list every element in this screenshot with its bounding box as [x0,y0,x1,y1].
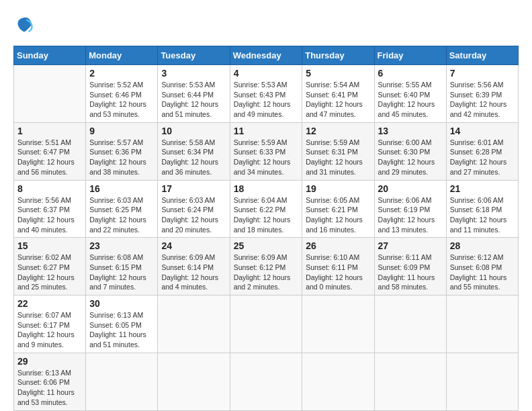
calendar-cell: 14 Sunrise: 6:01 AM Sunset: 6:28 PM Dayl… [446,122,518,180]
day-number: 4 [234,68,299,79]
sunrise-label: Sunrise: 6:05 AM [306,196,359,204]
day-number: 16 [89,183,154,194]
sunset-label: Sunset: 6:17 PM [17,321,70,329]
daylight-label: Daylight: 12 hours and 9 minutes. [17,330,75,349]
daylight-label: Daylight: 12 hours and 31 minutes. [306,158,363,176]
day-info: Sunrise: 6:08 AM Sunset: 6:15 PM Dayligh… [89,253,154,292]
table-row: 2 Sunrise: 5:52 AM Sunset: 6:46 PM Dayli… [14,65,519,123]
weekday-header-row: Sunday Monday Tuesday Wednesday Thursday… [14,46,519,65]
sunset-label: Sunset: 6:25 PM [89,205,142,214]
calendar-cell [230,295,302,353]
calendar-cell [14,65,86,123]
calendar-cell: 17 Sunrise: 6:03 AM Sunset: 6:24 PM Dayl… [158,180,230,238]
sunset-label: Sunset: 6:11 PM [306,263,358,271]
sunset-label: Sunset: 6:30 PM [378,148,431,156]
day-info: Sunrise: 5:59 AM Sunset: 6:31 PM Dayligh… [306,138,370,177]
sunrise-label: Sunrise: 5:51 AM [17,138,71,146]
sunrise-label: Sunrise: 5:56 AM [17,196,71,204]
day-info: Sunrise: 6:13 AM Sunset: 6:05 PM Dayligh… [89,310,154,350]
calendar-cell [158,295,230,353]
calendar-cell: 25 Sunrise: 6:09 AM Sunset: 6:12 PM Dayl… [230,238,302,295]
day-info: Sunrise: 6:05 AM Sunset: 6:21 PM Dayligh… [306,195,370,235]
day-info: Sunrise: 5:53 AM Sunset: 6:44 PM Dayligh… [161,80,226,120]
sunset-label: Sunset: 6:18 PM [450,205,502,214]
day-info: Sunrise: 6:03 AM Sunset: 6:25 PM Dayligh… [89,195,154,235]
day-info: Sunrise: 6:06 AM Sunset: 6:18 PM Dayligh… [450,195,515,235]
sunrise-label: Sunrise: 5:59 AM [306,138,359,146]
calendar-cell: 12 Sunrise: 5:59 AM Sunset: 6:31 PM Dayl… [302,122,374,180]
calendar-cell [302,353,374,410]
calendar-cell [230,353,302,410]
day-number: 17 [161,183,226,194]
calendar-cell [374,295,446,353]
calendar-cell: 30 Sunrise: 6:13 AM Sunset: 6:05 PM Dayl… [86,295,158,353]
daylight-label: Daylight: 12 hours and 4 minutes. [161,273,218,291]
header-tuesday: Tuesday [158,46,230,65]
daylight-label: Daylight: 12 hours and 40 minutes. [17,216,75,234]
sunset-label: Sunset: 6:06 PM [17,378,70,386]
table-row: 1 Sunrise: 5:51 AM Sunset: 6:47 PM Dayli… [14,122,519,180]
sunset-label: Sunset: 6:34 PM [161,148,214,156]
calendar-cell [158,353,230,410]
day-number: 15 [17,240,82,251]
sunrise-label: Sunrise: 5:52 AM [89,81,143,89]
daylight-label: Daylight: 11 hours and 51 minutes. [89,330,146,349]
day-number: 12 [306,126,370,136]
day-number: 10 [161,126,226,136]
table-row: 29 Sunrise: 6:13 AM Sunset: 6:06 PM Dayl… [14,353,519,410]
sunrise-label: Sunrise: 6:09 AM [234,253,287,261]
day-number: 29 [17,356,82,367]
sunrise-label: Sunrise: 6:06 AM [378,196,432,204]
calendar-cell: 7 Sunrise: 5:56 AM Sunset: 6:39 PM Dayli… [446,65,518,123]
sunset-label: Sunset: 6:31 PM [306,148,358,156]
daylight-label: Daylight: 12 hours and 11 minutes. [450,216,507,234]
daylight-label: Daylight: 12 hours and 47 minutes. [306,100,363,118]
daylight-label: Daylight: 12 hours and 29 minutes. [378,158,435,176]
day-info: Sunrise: 5:54 AM Sunset: 6:41 PM Dayligh… [306,80,370,120]
day-number: 5 [306,68,370,79]
daylight-label: Daylight: 12 hours and 45 minutes. [378,100,435,118]
sunset-label: Sunset: 6:37 PM [17,205,70,214]
calendar-cell: 18 Sunrise: 6:04 AM Sunset: 6:22 PM Dayl… [230,180,302,238]
sunrise-label: Sunrise: 6:03 AM [161,196,215,204]
calendar-cell [302,295,374,353]
sunset-label: Sunset: 6:27 PM [17,263,70,271]
day-number: 11 [234,126,299,136]
calendar-cell: 10 Sunrise: 5:58 AM Sunset: 6:34 PM Dayl… [158,122,230,180]
sunset-label: Sunset: 6:43 PM [234,91,286,99]
sunset-label: Sunset: 6:39 PM [450,91,502,99]
calendar-cell: 20 Sunrise: 6:06 AM Sunset: 6:19 PM Dayl… [374,180,446,238]
day-info: Sunrise: 5:52 AM Sunset: 6:46 PM Dayligh… [89,80,154,120]
day-info: Sunrise: 6:10 AM Sunset: 6:11 PM Dayligh… [306,253,370,292]
calendar-cell [374,353,446,410]
sunrise-label: Sunrise: 5:56 AM [450,81,504,89]
day-number: 26 [306,240,370,251]
sunrise-label: Sunrise: 5:54 AM [306,81,359,89]
calendar-cell: 1 Sunrise: 5:51 AM Sunset: 6:47 PM Dayli… [14,122,86,180]
sunset-label: Sunset: 6:33 PM [234,148,286,156]
day-info: Sunrise: 6:02 AM Sunset: 6:27 PM Dayligh… [17,253,82,292]
sunrise-label: Sunrise: 5:55 AM [378,81,432,89]
daylight-label: Daylight: 12 hours and 25 minutes. [17,273,75,291]
page-header [13,13,519,35]
daylight-label: Daylight: 12 hours and 42 minutes. [450,100,507,118]
calendar-table: Sunday Monday Tuesday Wednesday Thursday… [13,46,519,411]
calendar-cell: 24 Sunrise: 6:09 AM Sunset: 6:14 PM Dayl… [158,238,230,295]
day-info: Sunrise: 6:00 AM Sunset: 6:30 PM Dayligh… [378,138,443,177]
sunrise-label: Sunrise: 5:53 AM [161,81,215,89]
day-info: Sunrise: 6:07 AM Sunset: 6:17 PM Dayligh… [17,310,82,350]
sunrise-label: Sunrise: 6:13 AM [89,311,143,319]
sunrise-label: Sunrise: 6:11 AM [378,253,432,261]
day-number: 7 [450,68,515,79]
sunrise-label: Sunrise: 6:06 AM [450,196,504,204]
day-info: Sunrise: 6:09 AM Sunset: 6:14 PM Dayligh… [161,253,226,292]
day-number: 19 [306,183,370,194]
sunset-label: Sunset: 6:09 PM [378,263,431,271]
daylight-label: Daylight: 11 hours and 58 minutes. [378,273,435,291]
daylight-label: Daylight: 12 hours and 36 minutes. [161,158,218,176]
sunrise-label: Sunrise: 5:58 AM [161,138,215,146]
sunset-label: Sunset: 6:15 PM [89,263,142,271]
calendar-cell: 16 Sunrise: 6:03 AM Sunset: 6:25 PM Dayl… [86,180,158,238]
day-number: 1 [17,126,82,136]
calendar-cell [446,353,518,410]
